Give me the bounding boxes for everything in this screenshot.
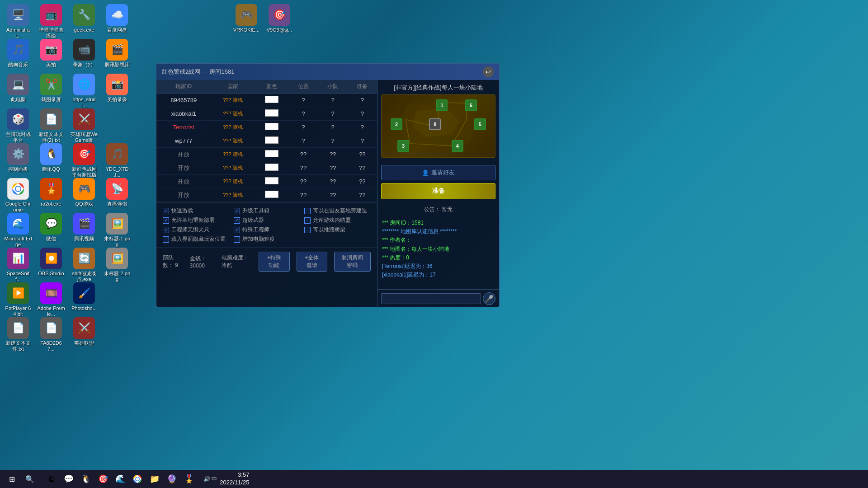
option-item[interactable]: 超级武器 (234, 216, 300, 224)
desktop-icon-kongzhi[interactable]: ⚙️ 控制面板 (2, 141, 34, 174)
taskbar-app-wechat[interactable]: 💬 (61, 471, 77, 487)
svg-line-6 (410, 144, 452, 146)
desktop-icon-qqgame[interactable]: 🎮 QQ游戏 (68, 176, 100, 209)
table-row[interactable]: 开放 ??? 随机 ?? ?? ?? (156, 175, 377, 188)
option-item[interactable]: 增加电脑难度 (234, 235, 300, 243)
desktop-icon-geek[interactable]: 🔧 geek.exe (68, 2, 100, 35)
option-item[interactable]: 允许游戏内结盟 (304, 216, 371, 224)
option-checkbox[interactable] (234, 217, 240, 224)
desktop-icon-razol[interactable]: 🎖️ ra2ol.exe (35, 176, 67, 209)
option-checkbox[interactable] (234, 227, 240, 233)
desktop-icon-yingxiong[interactable]: ⚔️ 英雄联盟WeGame版 (68, 107, 100, 145)
option-checkbox[interactable] (304, 208, 311, 214)
option-item[interactable]: 特殊工程师 (234, 226, 300, 234)
player-country: ??? 随机 (211, 94, 255, 107)
desktop-icon-potplayer[interactable]: ▶️ PotPlayer 64 bit (2, 281, 34, 319)
table-row[interactable]: 开放 ??? 随机 ?? ?? ?? (156, 188, 377, 202)
desktop-icon-https[interactable]: 🌐 https_studi... (68, 72, 100, 110)
desktop-icon-xinwen2[interactable]: 📄 新建文本文件.txt (2, 315, 34, 354)
option-checkbox[interactable] (163, 227, 169, 233)
table-row[interactable]: 开放 ??? 随机 ?? ?? ?? (156, 148, 377, 161)
option-checkbox[interactable] (234, 236, 240, 243)
desktop-icon-pc[interactable]: 💻 此电脑 (2, 72, 34, 104)
taskbar-app-pot[interactable]: 🔮 (164, 471, 180, 487)
desktop-icon-ydc[interactable]: 🎵 YDC_X7DJ... (101, 141, 133, 180)
desktop-icon-yingxiong2[interactable]: ⚔️ 英雄联盟 (68, 315, 100, 348)
option-checkbox[interactable] (163, 236, 169, 243)
taskbar-app-chrome[interactable] (129, 471, 146, 487)
table-row[interactable]: 89465789 ??? 随机 ? ? ? (156, 94, 377, 107)
taskbar-app-ra2[interactable]: 🎖️ (181, 471, 197, 487)
desktop-icon-obs[interactable]: ⏺️ OBS Studio (35, 246, 67, 278)
special-function-button[interactable]: +特殊功能 (259, 252, 289, 272)
option-item[interactable]: 升级工具箱 (234, 207, 300, 215)
option-label: 升级工具箱 (242, 207, 269, 215)
table-row[interactable]: wp777 ??? 随机 ? ? ? (156, 134, 377, 148)
table-row[interactable]: Terrorist ??? 随机 ? ? ? (156, 121, 377, 134)
option-item[interactable]: 工程师无惧犬只 (163, 226, 229, 234)
option-checkbox[interactable] (304, 227, 311, 233)
desktop-icon-tengxun[interactable]: 🎬 腾讯影视库 (101, 37, 133, 70)
desktop-icon-wubiao[interactable]: 🖼️ 未标题-1.png (101, 211, 133, 249)
desktop-icon-baidu[interactable]: ☁️ 百度网盘 (101, 2, 133, 35)
player-team: ? (318, 134, 348, 148)
option-item[interactable]: 快速游戏 (163, 207, 229, 215)
option-item[interactable]: 可以在盟友基地旁建造 (304, 207, 371, 215)
bottom-bar: 部队数： 9 金钱： 30000 电脑难度： 冷酷 +特殊功能 +全体邀请 取消… (156, 248, 377, 275)
desktop-icon-lanbowandui[interactable]: 🎲 兰博玩对战平台 (2, 107, 34, 145)
player-color (255, 188, 288, 202)
chat-input[interactable] (381, 293, 481, 304)
option-checkbox[interactable] (234, 208, 240, 214)
desktop-icon-meipai[interactable]: 📷 美拍 (35, 37, 67, 70)
desktop-icon-xinwen[interactable]: 📄 新建文本文件(2).txt (35, 107, 67, 145)
option-checkbox[interactable] (163, 217, 169, 224)
desktop-icon-wechat[interactable]: 💬 微信 (35, 211, 67, 244)
option-item[interactable]: 可以推毁桥梁 (304, 226, 371, 234)
money-label: 金钱： 30000 (190, 255, 215, 269)
desktop-icon-xinhong[interactable]: 🎯 新红色战网平台测试版 (68, 141, 100, 180)
info-section: *** 房间ID：1581******** 地图库认证信息 **********… (377, 216, 499, 289)
cancel-password-button[interactable]: 取消房间密码 (334, 252, 371, 272)
desktop-icon-luzhi[interactable]: 📹 录象（2） (68, 37, 100, 70)
mic-button[interactable]: 🎤 (483, 292, 495, 305)
ready-button[interactable]: 准备 (381, 183, 495, 199)
option-checkbox[interactable] (304, 217, 311, 224)
taskbar-app-unknown2[interactable]: 🎯 (95, 471, 111, 487)
taskbar-app-edge[interactable]: 🌊 (112, 471, 128, 487)
option-label: 增加电脑难度 (242, 235, 275, 243)
table-row[interactable]: xiaobkai1 ??? 随机 ? ? ? (156, 107, 377, 121)
start-button[interactable]: ⊞ (4, 471, 20, 487)
desktop-icon-wubiao2[interactable]: 🖼️ 未标题-2.png (101, 246, 133, 284)
desktop-icon-v909[interactable]: 🎯 V9O9@sj... (264, 2, 295, 35)
invite-all-button[interactable]: +全体邀请 (297, 252, 327, 272)
desktop-icon-photoshop[interactable]: 🖌️ Photosho... (68, 281, 100, 313)
desktop-icon-live[interactable]: 📺 哔哩哔哩直播姬 (35, 2, 67, 41)
desktop-icon-spacesniff[interactable]: 📊 SpaceSniff... (2, 246, 34, 284)
desktop-icon-edge[interactable]: 🌊 Microsoft Edge (2, 211, 34, 249)
player-position: ? (288, 134, 318, 148)
dialog-close-button[interactable]: ↩ (483, 66, 494, 77)
desktop-icon-shift[interactable]: 🔄 shift磁减淡点.exe (68, 246, 100, 284)
desktop-icon-qq[interactable]: 🐧 腾讯QQ (35, 141, 67, 174)
taskbar-app-taskview[interactable]: ⧉ (43, 471, 60, 487)
desktop-icon-admin[interactable]: 🖥️ Administrat... (2, 2, 34, 41)
taskbar-app-unknown1[interactable]: 🐧 (78, 471, 94, 487)
desktop-icon-tengxun2[interactable]: 🎬 腾讯视频 (68, 211, 100, 244)
desktop-icon-meipai2[interactable]: 📸 美拍录像 (101, 72, 133, 104)
desktop-icon-vrkokie[interactable]: 🎮 VRKOKIE... (231, 2, 262, 35)
desktop-icon-adobe[interactable]: 🎞️ Adobe Premie... (35, 281, 67, 319)
desktop-icon-jietu[interactable]: ✂️ 截图录屏 (35, 72, 67, 104)
taskbar-app-files[interactable]: 📁 (146, 471, 163, 487)
map-node-2: 2 (391, 118, 402, 130)
desktop-icon-music[interactable]: 🎵 酷狗音乐 (2, 37, 34, 70)
invite-friend-button[interactable]: 👤 邀请好友 (381, 165, 495, 180)
map-node-5: 5 (474, 118, 486, 130)
option-item[interactable]: 允许基地重新部署 (163, 216, 229, 224)
search-button[interactable]: 🔍 (22, 471, 38, 487)
option-item[interactable]: 载入界面隐藏玩家位置 (163, 235, 229, 243)
desktop-icon-fa8d[interactable]: 📄 FA8D2D67... (35, 315, 67, 354)
option-checkbox[interactable] (163, 208, 169, 214)
table-row[interactable]: 开放 ??? 随机 ?? ?? ?? (156, 161, 377, 175)
desktop-icon-live2[interactable]: 📡 直播伴侣 (101, 176, 133, 209)
desktop-icon-chrome[interactable]: Google Chrome (2, 176, 34, 215)
